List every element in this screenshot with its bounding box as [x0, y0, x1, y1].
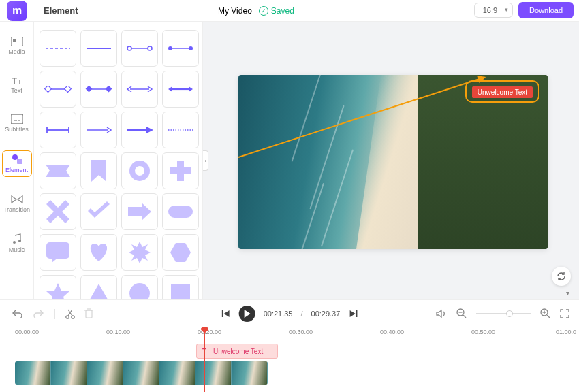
zoom-in-icon[interactable]: [540, 308, 550, 318]
next-frame-icon[interactable]: [348, 309, 358, 318]
sidebar-item-subtitles[interactable]: Subtitles: [2, 112, 32, 135]
clip-thumb: [15, 361, 51, 385]
preview-graphic: [321, 149, 354, 246]
shape-heart[interactable]: [80, 234, 117, 271]
svg-point-10: [18, 240, 21, 242]
shape-plus[interactable]: [162, 152, 199, 189]
text-clip[interactable]: T Unwelcome Text: [196, 344, 278, 359]
shape-line-filled-diamonds[interactable]: [80, 71, 117, 108]
svg-rect-38: [171, 284, 190, 299]
shape-line-open-diamonds[interactable]: [40, 71, 76, 108]
video-track[interactable]: [15, 361, 268, 385]
svg-point-37: [129, 283, 150, 299]
shape-bookmark[interactable]: [80, 152, 117, 189]
zoom-slider[interactable]: [476, 313, 531, 314]
zoom-out-icon[interactable]: [456, 308, 467, 318]
shape-line-open-dots[interactable]: [121, 30, 158, 67]
split-icon[interactable]: [65, 308, 75, 319]
shape-hexagon[interactable]: [162, 234, 199, 271]
editor-tools: |: [0, 308, 93, 320]
media-icon: [11, 37, 23, 46]
ruler-tick: 00:10.00: [106, 329, 130, 336]
svg-point-39: [66, 315, 69, 318]
delete-icon[interactable]: [84, 308, 93, 318]
preview-graphic: [291, 75, 322, 162]
zoom-thumb[interactable]: [506, 310, 513, 317]
undo-icon[interactable]: [12, 309, 23, 318]
ruler-tick: 00:50.00: [471, 329, 495, 336]
shape-star[interactable]: [40, 275, 76, 299]
svg-point-18: [189, 46, 193, 50]
shape-burst[interactable]: [121, 234, 158, 271]
shape-triangle[interactable]: [80, 275, 117, 299]
download-button[interactable]: Download: [518, 2, 574, 18]
saved-label: Saved: [271, 6, 294, 16]
app-logo[interactable]: m: [7, 1, 27, 21]
sidebar-item-element[interactable]: Element: [2, 150, 32, 177]
sidebar-item-label: Media: [8, 48, 25, 55]
overlay-callout[interactable]: Unwelcome Text: [465, 80, 539, 103]
canvas-area: ‹ Unwelcome Text ▾: [203, 22, 579, 299]
timeline-ruler[interactable]: 00:00.00 00:10.00 00:20.00 00:30.00 00:4…: [0, 327, 579, 340]
shape-double-arrow[interactable]: [121, 71, 158, 108]
ruler-tick: 01:00.0: [556, 329, 576, 336]
video-preview[interactable]: Unwelcome Text: [238, 75, 548, 249]
saved-indicator: ✓ Saved: [259, 6, 294, 16]
left-sidebar: Media TT Text Subtitles Element Transiti…: [0, 22, 34, 299]
svg-point-14: [127, 46, 131, 50]
elements-panel: [34, 22, 203, 299]
panel-collapse-toggle[interactable]: ‹: [203, 150, 208, 171]
top-bar: m Element My Video ✓ Saved 16:9 Download: [0, 0, 579, 22]
transition-icon: [11, 195, 23, 204]
volume-icon[interactable]: [436, 309, 447, 318]
fit-icon[interactable]: [560, 309, 569, 318]
svg-point-34: [135, 166, 144, 176]
shape-double-arrow-bold[interactable]: [162, 71, 199, 108]
shape-block-arrow[interactable]: [121, 193, 158, 230]
sidebar-item-transition[interactable]: Transition: [2, 192, 32, 216]
aspect-ratio-select[interactable]: 16:9: [474, 3, 513, 18]
sidebar-item-label: Element: [5, 167, 28, 174]
shape-ribbon[interactable]: [40, 152, 76, 189]
overlay-text: Unwelcome Text: [472, 86, 533, 98]
check-icon: ✓: [259, 6, 268, 16]
prev-frame-icon[interactable]: [221, 309, 231, 318]
playback-center: 00:21.35 / 00:29.37: [221, 306, 358, 322]
redo-icon[interactable]: [33, 309, 44, 318]
svg-text:T: T: [18, 78, 22, 85]
project-name[interactable]: My Video: [218, 6, 252, 16]
play-button[interactable]: [239, 306, 255, 322]
topbar-center: My Video ✓ Saved: [218, 0, 294, 22]
shape-arrow-right-thin[interactable]: [80, 112, 117, 148]
svg-point-15: [148, 46, 152, 50]
sidebar-item-media[interactable]: Media: [2, 34, 32, 58]
text-icon: TT: [11, 76, 23, 85]
audio-sync-button[interactable]: [552, 267, 571, 286]
shape-arrow-right-filled[interactable]: [121, 112, 158, 148]
shape-cross[interactable]: [40, 193, 76, 230]
sidebar-item-music[interactable]: Music: [2, 231, 32, 256]
sidebar-item-label: Music: [9, 246, 25, 253]
shape-pill[interactable]: [162, 193, 199, 230]
sidebar-item-label: Transition: [3, 206, 30, 213]
timeline[interactable]: 00:00.00 00:10.00 00:20.00 00:30.00 00:4…: [0, 327, 579, 392]
music-icon: [12, 233, 22, 244]
shape-check[interactable]: [80, 193, 117, 230]
shape-circle[interactable]: [121, 275, 158, 299]
clip-thumb: [159, 361, 195, 385]
shape-line-filled-dots[interactable]: [162, 30, 199, 67]
shape-ring[interactable]: [121, 152, 158, 189]
playhead[interactable]: [204, 327, 205, 392]
chevron-down-icon[interactable]: ▾: [566, 289, 569, 297]
shape-square[interactable]: [162, 275, 199, 299]
shape-speech-bubble[interactable]: [40, 234, 76, 271]
sidebar-item-text[interactable]: TT Text: [2, 73, 32, 97]
text-icon: T: [202, 348, 209, 355]
shape-dotted-line[interactable]: [162, 112, 199, 148]
shape-solid-line[interactable]: [80, 30, 117, 67]
svg-rect-0: [11, 37, 23, 46]
elements-grid: [40, 30, 197, 299]
svg-text:T: T: [12, 76, 17, 85]
shape-dashed-line[interactable]: [40, 30, 76, 67]
shape-line-bar-ends[interactable]: [40, 112, 76, 148]
